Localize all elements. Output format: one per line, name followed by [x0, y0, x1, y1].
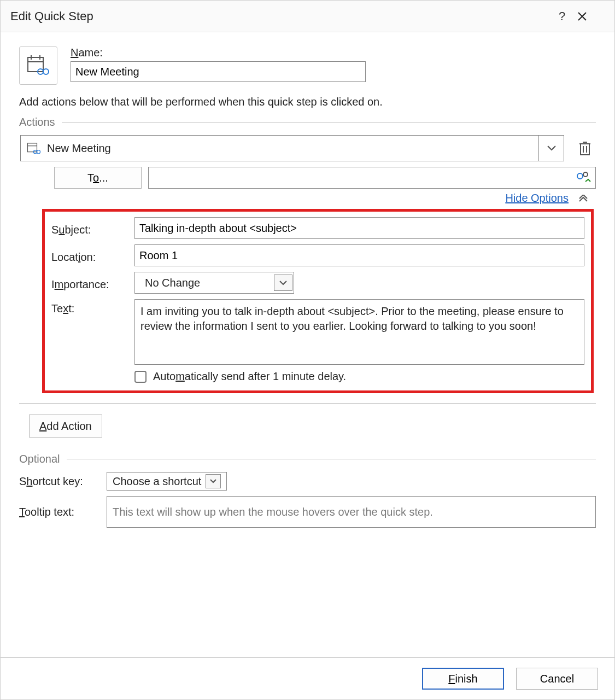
- subject-input[interactable]: [134, 217, 584, 239]
- tooltip-text-label: Tooltip text:: [19, 506, 107, 518]
- text-label: Text:: [51, 299, 134, 315]
- chevron-down-icon: [206, 474, 221, 488]
- dialog-footer: Finish Cancel: [1, 657, 614, 690]
- calendar-people-icon: [26, 141, 42, 156]
- actions-section-header: Actions: [19, 116, 596, 129]
- quick-step-icon[interactable]: [19, 46, 57, 85]
- chevron-down-icon: [274, 275, 292, 291]
- description-text: Add actions below that will be performed…: [19, 96, 596, 108]
- close-button[interactable]: [577, 11, 608, 21]
- svg-rect-0: [28, 57, 43, 72]
- tooltip-text-input[interactable]: This text will show up when the mouse ho…: [107, 496, 596, 528]
- importance-label: Importance:: [51, 275, 134, 291]
- action-type-select[interactable]: New Meeting: [20, 135, 539, 161]
- name-input[interactable]: [71, 61, 366, 82]
- svg-point-15: [577, 173, 583, 179]
- address-book-icon[interactable]: [575, 171, 591, 185]
- subject-label: Subject:: [51, 220, 134, 236]
- delete-action-button[interactable]: [574, 135, 596, 161]
- auto-send-label: Automatically send after 1 minute delay.: [153, 370, 346, 383]
- hide-options-link[interactable]: Hide Options: [505, 192, 569, 205]
- shortcut-key-select[interactable]: Choose a shortcut: [107, 472, 227, 491]
- svg-point-5: [43, 69, 49, 74]
- action-type-dropdown[interactable]: [539, 135, 564, 161]
- svg-rect-6: [27, 143, 37, 152]
- importance-select[interactable]: No Change: [134, 272, 294, 294]
- edit-quick-step-dialog: Edit Quick Step ? Name: Add: [0, 0, 615, 700]
- to-field[interactable]: [148, 167, 596, 189]
- location-label: Location:: [51, 248, 134, 264]
- add-action-button[interactable]: Add Action: [29, 415, 102, 438]
- finish-button[interactable]: Finish: [422, 668, 504, 690]
- location-input[interactable]: [134, 244, 584, 266]
- auto-send-checkbox[interactable]: [134, 371, 147, 383]
- svg-point-9: [37, 150, 40, 154]
- help-button[interactable]: ?: [547, 9, 577, 24]
- svg-rect-10: [581, 144, 589, 155]
- text-input[interactable]: I am inviting you to talk in-depth about…: [134, 299, 584, 365]
- shortcut-key-label: Shortcut key:: [19, 475, 107, 488]
- svg-point-16: [583, 172, 588, 177]
- options-panel: Subject: Location: Importance: No Change…: [42, 209, 594, 393]
- titlebar: Edit Quick Step ?: [1, 1, 614, 32]
- collapse-icon[interactable]: [578, 195, 588, 202]
- dialog-title: Edit Quick Step: [10, 9, 547, 24]
- optional-section-header: Optional: [19, 453, 596, 465]
- to-button[interactable]: To...: [54, 167, 142, 189]
- cancel-button[interactable]: Cancel: [516, 668, 598, 690]
- name-label: Name:: [71, 46, 366, 59]
